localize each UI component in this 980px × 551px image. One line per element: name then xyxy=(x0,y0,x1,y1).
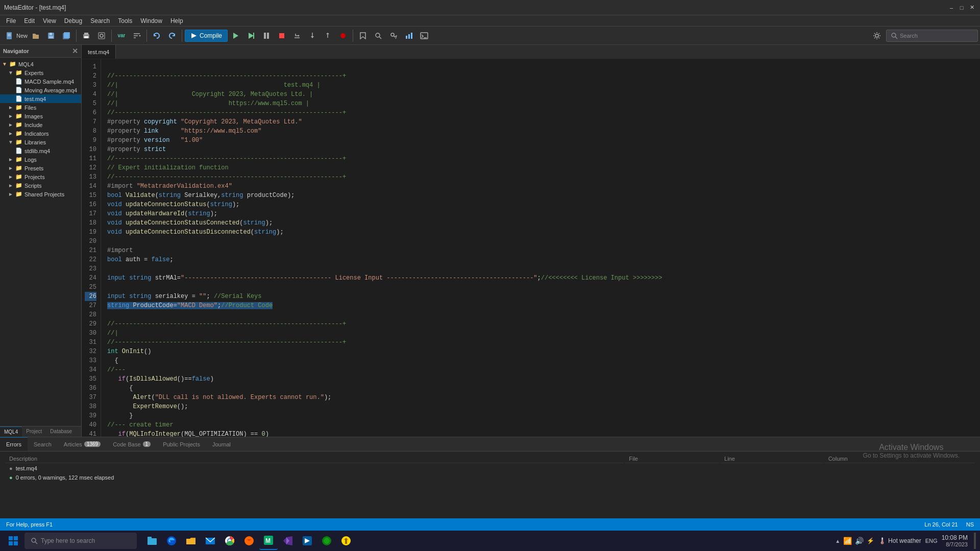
tray-power-icon[interactable]: ⚡ xyxy=(867,537,874,544)
stop-button[interactable] xyxy=(275,29,289,43)
show-desktop-button[interactable] xyxy=(974,533,976,549)
sep-5 xyxy=(353,30,353,42)
terminal-button[interactable] xyxy=(417,29,431,43)
step-over-button[interactable] xyxy=(290,29,304,43)
menu-view[interactable]: View xyxy=(39,16,60,26)
start-button[interactable] xyxy=(4,532,22,550)
run-button[interactable] xyxy=(229,29,243,43)
taskbar-app-blue[interactable] xyxy=(298,532,316,550)
svg-rect-9 xyxy=(84,33,88,35)
articles-badge: 1369 xyxy=(84,441,101,447)
tab-project[interactable]: Project xyxy=(22,427,46,437)
navigator-close-button[interactable]: ✕ xyxy=(72,47,78,55)
code-editor[interactable]: 12345 678910 1112131415 1617181920 21222… xyxy=(82,59,980,437)
taskbar-app-metaeditor[interactable]: M xyxy=(259,532,278,550)
title-bar: MetaEditor - [test.mq4] – □ ✕ xyxy=(0,0,980,15)
settings-button[interactable] xyxy=(870,29,884,43)
menu-help[interactable]: Help xyxy=(166,16,187,26)
maximize-button[interactable]: □ xyxy=(958,4,966,12)
svg-rect-36 xyxy=(408,34,410,39)
tree-item-shared-projects[interactable]: ► 📁 Shared Projects xyxy=(0,190,81,198)
btab-public-projects[interactable]: Public Projects xyxy=(157,437,206,451)
pause-button[interactable] xyxy=(259,29,274,43)
undo-button[interactable] xyxy=(150,29,164,43)
menu-search[interactable]: Search xyxy=(86,16,114,26)
open-button[interactable] xyxy=(29,29,43,43)
btab-journal[interactable]: Journal xyxy=(206,437,237,451)
tree-item-experts[interactable]: ▼ 📁 Experts xyxy=(0,68,81,77)
line-numbers: 12345 678910 1112131415 1617181920 21222… xyxy=(82,59,101,437)
tree-item-moving-average[interactable]: 📄 Moving Average.mq4 xyxy=(0,86,81,94)
save-all-button[interactable] xyxy=(59,29,74,43)
menu-edit[interactable]: Edit xyxy=(20,16,39,26)
taskbar-app-yellow[interactable] xyxy=(337,532,355,550)
run-script-button[interactable] xyxy=(244,29,258,43)
breakpoint-button[interactable] xyxy=(336,29,350,43)
tree-item-include[interactable]: ► 📁 Include xyxy=(0,120,81,129)
find-button[interactable] xyxy=(371,29,385,43)
navigator-tree: ▼ 📁 MQL4 ▼ 📁 Experts 📄 MACD Sample.mq4 📄… xyxy=(0,58,81,426)
tree-item-images[interactable]: ► 📁 Images xyxy=(0,112,81,120)
tab-database[interactable]: Database xyxy=(46,427,76,437)
var-button[interactable]: var xyxy=(114,29,129,43)
svg-line-48 xyxy=(35,542,37,544)
code-content[interactable]: //--------------------------------------… xyxy=(101,59,980,437)
tree-item-libraries[interactable]: ▼ 📁 Libraries xyxy=(0,138,81,146)
print-preview-button[interactable] xyxy=(94,29,109,43)
btab-errors[interactable]: Errors xyxy=(0,437,28,451)
tree-folder-icon: 📁 xyxy=(15,156,22,163)
col-description: Description xyxy=(5,455,624,463)
taskbar-app-folder[interactable] xyxy=(182,532,200,550)
redo-button[interactable] xyxy=(165,29,179,43)
tree-item-presets[interactable]: ► 📁 Presets xyxy=(0,164,81,172)
tree-item-files[interactable]: ► 📁 Files xyxy=(0,103,81,112)
save-button[interactable] xyxy=(44,29,58,43)
taskbar-app-edge[interactable] xyxy=(162,532,181,550)
svg-marker-23 xyxy=(298,35,300,37)
btab-codebase[interactable]: Code Base 1 xyxy=(107,437,157,451)
toolbar-search-input[interactable]: Search xyxy=(900,33,918,39)
menu-file[interactable]: File xyxy=(2,16,20,26)
taskbar-app-mail[interactable] xyxy=(201,532,219,550)
tree-item-mql4[interactable]: ▼ 📁 MQL4 xyxy=(0,60,81,68)
row-description: 0 errors, 0 warnings, 122 msec elapsed xyxy=(16,474,114,481)
tree-item-stdlib[interactable]: 📄 stdlib.mq4 xyxy=(0,146,81,155)
tree-item-indicators[interactable]: ► 📁 Indicators xyxy=(0,129,81,138)
taskbar-app-orange[interactable] xyxy=(240,532,258,550)
menu-tools[interactable]: Tools xyxy=(114,16,136,26)
compile-button[interactable]: Compile xyxy=(185,30,228,42)
taskbar-app-green2[interactable] xyxy=(317,532,336,550)
bookmark-button[interactable] xyxy=(356,29,370,43)
close-button[interactable]: ✕ xyxy=(968,4,976,12)
chart-button[interactable] xyxy=(402,29,416,43)
menu-window[interactable]: Window xyxy=(136,16,166,26)
language-indicator[interactable]: ENG xyxy=(925,538,938,544)
tree-item-test-mq4[interactable]: 📄 test.mq4 xyxy=(0,94,81,103)
taskbar-search-box[interactable]: Type here to search xyxy=(24,533,137,549)
step-out-button[interactable] xyxy=(321,29,335,43)
tray-sound-icon[interactable]: 🔊 xyxy=(855,537,864,545)
tree-item-projects[interactable]: ► 📁 Projects xyxy=(0,172,81,181)
minimize-button[interactable]: – xyxy=(947,4,955,12)
clock[interactable]: 10:08 PM 8/7/2023 xyxy=(942,534,968,547)
taskbar-app-chrome[interactable] xyxy=(220,532,239,550)
tab-mql4[interactable]: MQL4 xyxy=(0,427,22,437)
tree-item-scripts[interactable]: ► 📁 Scripts xyxy=(0,181,81,190)
new-button[interactable] xyxy=(2,29,16,43)
tray-network-icon[interactable]: 📶 xyxy=(843,537,852,545)
tab-test-mq4[interactable]: test.mq4 xyxy=(82,45,116,59)
tray-up-arrow[interactable]: ▲ xyxy=(835,538,840,544)
tree-item-logs[interactable]: ► 📁 Logs xyxy=(0,155,81,164)
tree-item-macd-sample[interactable]: 📄 MACD Sample.mq4 xyxy=(0,77,81,86)
weather-info[interactable]: 🌡️ Hot weather xyxy=(878,537,921,544)
btab-articles[interactable]: Articles 1369 xyxy=(58,437,107,451)
print-button[interactable] xyxy=(79,29,93,43)
taskbar-app-vs[interactable] xyxy=(279,532,297,550)
step-into-button[interactable] xyxy=(305,29,320,43)
menu-debug[interactable]: Debug xyxy=(60,16,86,26)
taskbar-app-explorer[interactable] xyxy=(143,532,161,550)
sort-button[interactable] xyxy=(130,29,144,43)
svg-rect-4 xyxy=(50,33,52,35)
btab-search[interactable]: Search xyxy=(28,437,58,451)
replace-button[interactable] xyxy=(386,29,401,43)
